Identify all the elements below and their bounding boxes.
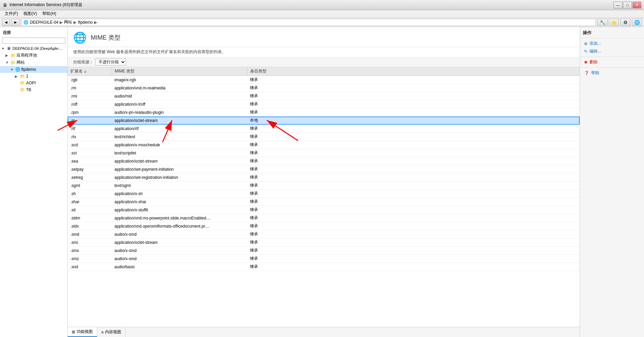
table-row[interactable]: .rtxtext/richtext继承	[68, 133, 580, 141]
col-type[interactable]: 条目类型	[247, 67, 580, 76]
ext-btn-4[interactable]: 🌐	[632, 19, 642, 26]
address-bar: ◀ ▶ 🌐 DEEPAGILE-04 ▶ 网站 ▶ ftpdemo ▶ 🔧 ⭐ …	[0, 18, 644, 27]
table-row[interactable]: .rmiaudio/mid继承	[68, 92, 580, 100]
expand-folder1[interactable]: ▶	[15, 75, 20, 78]
breadcrumb-ftpdemo[interactable]: ftpdemo	[78, 20, 92, 25]
cell-type: 继承	[247, 149, 580, 157]
ext-btn-1[interactable]: 🔧	[597, 19, 607, 26]
tree-item-ftpdemo[interactable]: ▼ 🌐 ftpdemo	[0, 66, 67, 73]
table-row[interactable]: .rmapplication/vnd.rn-realmedia继承	[68, 84, 580, 92]
content-title: MIME 类型	[91, 34, 121, 42]
table-row[interactable]: .smzaudio/x-smd继承	[68, 255, 580, 263]
table-row[interactable]: .rgbimage/x-rgb继承	[68, 76, 580, 84]
expand-ftpdemo[interactable]: ▼	[10, 68, 15, 71]
menu-file[interactable]: 文件(F)	[2, 10, 21, 17]
table-row[interactable]: .sldxapplication/vnd.openxmlformats-offi…	[68, 222, 580, 230]
table-row[interactable]: .shapplication/x-sh继承	[68, 190, 580, 198]
close-button[interactable]: ✕	[632, 2, 641, 8]
back-button[interactable]: ◀	[2, 19, 10, 26]
tree-item-tb[interactable]: 📁 TB	[0, 86, 67, 93]
cell-mime: application/octet-stream	[112, 238, 247, 247]
action-help[interactable]: ❓ 帮助	[580, 69, 644, 77]
table-row[interactable]: .sharapplication/x-shar继承	[68, 198, 580, 206]
tree-item-folder1[interactable]: ▶ 📁 1	[0, 73, 67, 80]
cell-ext: .sit	[68, 206, 112, 214]
menu-help[interactable]: 帮助(H)	[40, 10, 59, 17]
tb-label: TB	[26, 87, 31, 92]
cell-ext: .smz	[68, 255, 112, 263]
cell-type: 继承	[247, 214, 580, 222]
menu-view[interactable]: 视图(V)	[21, 10, 40, 17]
tree-item-apppool[interactable]: ▶ 📁 应用程序池	[0, 52, 67, 59]
forward-button[interactable]: ▶	[12, 19, 20, 26]
table-row[interactable]: .setpayapplication/set-payment-initiatio…	[68, 165, 580, 173]
table-row[interactable]: .sndaudio/basic继承	[68, 263, 580, 271]
breadcrumb-server[interactable]: DEEPAGILE-04	[30, 20, 58, 25]
table-row[interactable]: .sldmapplication/vnd.ms-powerpoint.slide…	[68, 214, 580, 222]
table-row[interactable]: .rsapplication/octet-stream本地	[68, 117, 580, 125]
table-row[interactable]: .rtfapplication/rtf继承	[68, 125, 580, 133]
cell-ext: .smd	[68, 230, 112, 238]
cell-type: 继承	[247, 165, 580, 173]
expand-apppool[interactable]: ▶	[5, 54, 10, 57]
cell-type: 继承	[247, 133, 580, 141]
table-row[interactable]: .scttext/scriptlet继承	[68, 149, 580, 157]
col-ext[interactable]: 扩展名 ▲	[68, 67, 112, 76]
action-add[interactable]: ⊕ 添加...	[580, 40, 644, 47]
tree-item-server[interactable]: ▼ 🖥 DEEPAGILE-04 (DeepAgile-...	[0, 45, 67, 52]
sidebar-search[interactable]	[2, 38, 65, 44]
title-bar: 🖥 Internet Information Services (IIS)管理器…	[0, 0, 644, 10]
action-delete[interactable]: ✖ 删除	[580, 58, 644, 66]
cell-ext: .rgb	[68, 76, 112, 84]
cell-type: 本地	[247, 117, 580, 125]
breadcrumb-sep-3: ▶	[94, 20, 97, 25]
cell-ext: .snd	[68, 263, 112, 271]
cell-mime: audio/x-smd	[112, 230, 247, 238]
breadcrumb-sites[interactable]: 网站	[64, 19, 72, 25]
cell-ext: .rm	[68, 84, 112, 92]
cell-mime: application/vnd.rn-realmedia	[112, 84, 247, 92]
cell-mime: application/octet-stream	[112, 117, 247, 125]
ext-btn-3[interactable]: ⚙	[620, 19, 630, 26]
cell-type: 继承	[247, 206, 580, 214]
content-view-btn[interactable]: ≡ 内容视图	[97, 327, 126, 337]
groupby-bar: 分组依据： 不进行分组	[68, 57, 580, 67]
cell-ext: .setreg	[68, 173, 112, 182]
cell-type: 继承	[247, 190, 580, 198]
col-mime[interactable]: MIME 类型	[112, 67, 247, 76]
table-row[interactable]: .rpmaudio/x-pn-realaudio-plugin继承	[68, 108, 580, 117]
help-icon: ❓	[584, 71, 589, 76]
feature-view-btn[interactable]: ⊞ 功能视图	[68, 327, 97, 337]
table-row[interactable]: .seaapplication/octet-stream继承	[68, 157, 580, 165]
table-row[interactable]: .scdapplication/x-msschedule继承	[68, 141, 580, 149]
cell-ext: .rpm	[68, 108, 112, 117]
table-row[interactable]: .smdaudio/x-smd继承	[68, 230, 580, 238]
cell-type: 继承	[247, 76, 580, 84]
table-row[interactable]: .sgmltext/sgml继承	[68, 182, 580, 190]
ext-btn-2[interactable]: ⭐	[609, 19, 619, 26]
window-controls: — □ ✕	[614, 2, 641, 8]
groupby-select[interactable]: 不进行分组	[95, 59, 126, 65]
sites-icon: 📁	[10, 60, 16, 65]
cell-type: 继承	[247, 141, 580, 149]
table-row[interactable]: .roffapplication/x-troff继承	[68, 100, 580, 108]
table-row[interactable]: .setregapplication/set-registration-init…	[68, 173, 580, 182]
cell-ext: .setpay	[68, 165, 112, 173]
cell-ext: .sldx	[68, 222, 112, 230]
ftpdemo-icon: 🌐	[15, 67, 20, 72]
expand-server[interactable]: ▼	[1, 47, 6, 50]
action-edit[interactable]: ✎ 编辑...	[580, 47, 644, 55]
minimize-button[interactable]: —	[614, 2, 622, 8]
tree-item-aopi[interactable]: 📁 AOPI	[0, 80, 67, 86]
table-row[interactable]: .smiapplication/octet-stream继承	[68, 238, 580, 247]
table-row[interactable]: .sitapplication/x-stuffit继承	[68, 206, 580, 214]
cell-type: 继承	[247, 247, 580, 255]
maximize-button[interactable]: □	[623, 2, 632, 8]
tree-item-sites[interactable]: ▼ 📁 网站	[0, 59, 67, 66]
cell-type: 继承	[247, 255, 580, 263]
cell-mime: text/scriptlet	[112, 149, 247, 157]
table-row[interactable]: .smxaudio/x-smd继承	[68, 247, 580, 255]
tb-icon: 📁	[20, 87, 25, 92]
ftpdemo-label: ftpdemo	[21, 67, 36, 72]
expand-sites[interactable]: ▼	[5, 61, 10, 64]
